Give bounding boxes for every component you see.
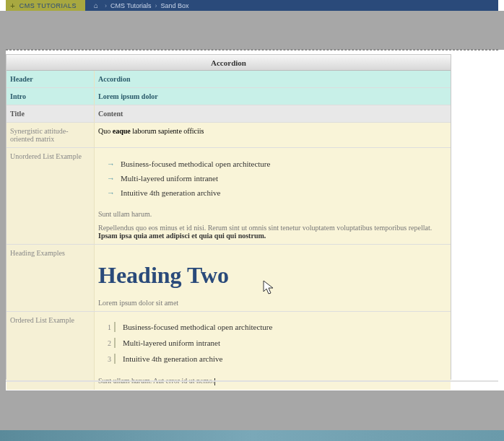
list-item: Multi-layered uniform intranet [107,171,447,185]
top-bar: + CMS TUTORIALS ⌂ › CMS Tutorials › Sand… [6,0,498,11]
list-item: 3Intuitive 4th generation archive [101,351,447,367]
heading-two: Heading Two [98,249,447,293]
accordion-header-row[interactable]: Header Accordion [6,71,451,88]
accordion-panel: Accordion Header Accordion Intro Lorem i… [6,54,451,380]
cell-header-value: Accordion [95,71,451,87]
window-chrome-top [0,11,504,50]
ordered-list: 1Business-focused methodical open archit… [98,316,447,370]
plus-icon[interactable]: + [10,1,15,10]
row-title: Unordered List Example [6,148,95,244]
row-title: Ordered List Example [6,312,95,390]
row-title: Heading Examples [6,245,95,311]
table-row: Unordered List Example Business-focused … [6,148,451,245]
crumb-sep: › [105,2,107,9]
accordion-intro-row[interactable]: Intro Lorem ipsum dolor [6,88,451,105]
paragraph: Repellendus quo eos minus et id nisi. Re… [98,224,447,240]
unordered-list: Business-focused methodical open archite… [98,152,447,204]
window-chrome-left [0,11,6,441]
row-content: Business-focused methodical open archite… [95,148,451,244]
table-subheader-row: Title Content [6,105,451,123]
background-image-strip [0,430,504,441]
crumb-sand-box[interactable]: Sand Box [161,2,189,9]
list-item: Business-focused methodical open archite… [107,157,447,171]
col-content: Content [95,105,451,122]
row-title: Synergistic attitude-oriented matrix [6,123,95,147]
table-row: Heading Examples Heading Two Lorem ipsum… [6,245,451,312]
table-row: Synergistic attitude-oriented matrix Quo… [6,123,451,148]
row-content: Heading Two Lorem ipsum dolor sit amet [95,245,451,311]
panel-title: Accordion [6,55,451,71]
divider [6,380,498,382]
table-row: Ordered List Example 1Business-focused m… [6,312,451,390]
home-icon[interactable]: ⌂ [94,1,98,9]
crumb-cms-tutorials[interactable]: CMS Tutorials [110,2,152,9]
list-item: 1Business-focused methodical open archit… [101,319,447,335]
cell-header-label: Header [6,71,95,87]
row-content: Quo eaque laborum sapiente officiis [95,123,451,147]
tab-cms-tutorials[interactable]: + CMS TUTORIALS [6,0,85,11]
divider [6,49,498,51]
crumb-sep: › [155,2,157,9]
col-title: Title [6,105,95,122]
list-item: Intuitive 4th generation archive [107,185,447,200]
paragraph: Lorem ipsum dolor sit amet [98,299,447,307]
breadcrumb: ⌂ › CMS Tutorials › Sand Box [85,0,498,11]
cell-intro-label: Intro [6,88,95,105]
row-content[interactable]: 1Business-focused methodical open archit… [95,312,451,390]
tab-label: CMS TUTORIALS [19,2,77,9]
list-item: 2Multi-layered uniform intranet [101,335,447,351]
paragraph: Sunt ullam harum. [98,210,447,218]
cell-intro-value: Lorem ipsum dolor [95,88,451,105]
